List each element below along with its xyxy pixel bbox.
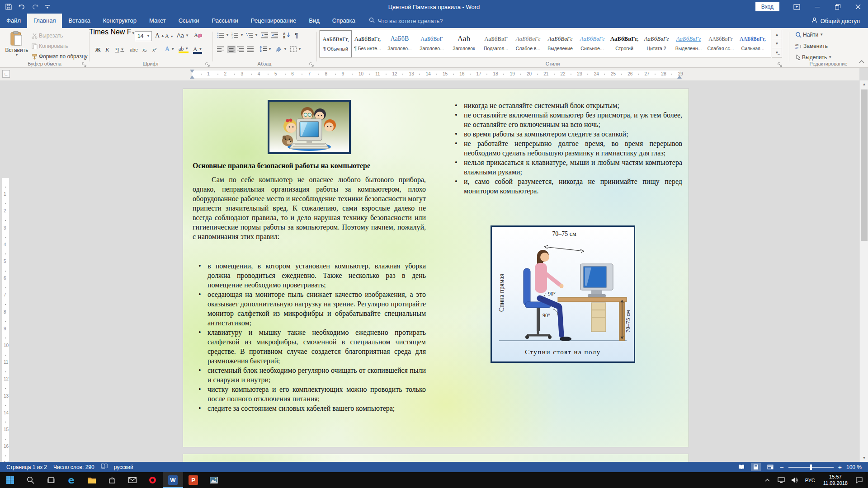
undo-icon[interactable] bbox=[18, 4, 25, 10]
ergonomics-image[interactable]: 70–75 см Спина прямая bbox=[491, 225, 635, 363]
bullet-item[interactable]: клавиатуру и мышку также необходимо ежед… bbox=[193, 328, 426, 366]
zoom-slider-thumb[interactable] bbox=[810, 465, 812, 470]
document-page-2[interactable] bbox=[183, 454, 689, 462]
replace-button[interactable]: abac Заменить bbox=[795, 43, 828, 49]
v-ruler-band[interactable]: 1234567891011121314151617181920 bbox=[2, 178, 9, 462]
cut-button[interactable]: Вырезать bbox=[32, 33, 63, 39]
style-item[interactable]: АаБбВвГгВыделенн... bbox=[673, 30, 705, 57]
shading-button[interactable]: ▼ bbox=[275, 46, 287, 52]
bullet-item[interactable]: и, само собой разумеется, никогда не при… bbox=[449, 177, 682, 196]
share-button[interactable]: Общий доступ bbox=[803, 14, 868, 28]
file-explorer-icon[interactable] bbox=[81, 472, 102, 488]
align-center-button[interactable] bbox=[227, 46, 236, 53]
tell-me-search[interactable]: Что вы хотите сделать? bbox=[362, 14, 443, 28]
style-item[interactable]: АаБбВвГгСлабое в... bbox=[512, 30, 544, 57]
bullet-item[interactable]: в помещении, в котором установлен компью… bbox=[193, 261, 426, 290]
volume-icon[interactable] bbox=[788, 472, 802, 488]
save-icon[interactable] bbox=[5, 4, 12, 10]
numbered-list-button[interactable]: 123▼ bbox=[231, 32, 244, 38]
ribbon-tab[interactable]: Главная bbox=[27, 14, 62, 28]
style-item[interactable]: АаБбВвГЗаголово... bbox=[416, 30, 448, 57]
shrink-font-button[interactable]: А▼ bbox=[165, 33, 174, 40]
bullet-item[interactable]: никогда не оставляйте системный блок отк… bbox=[449, 101, 682, 110]
mail-icon[interactable] bbox=[122, 472, 142, 488]
decrease-indent-button[interactable] bbox=[261, 32, 268, 38]
paste-button[interactable]: Вставить ▼ bbox=[5, 31, 29, 63]
restore-button[interactable] bbox=[827, 0, 848, 14]
bullet-item[interactable]: не работайте непрерывно долгое время, во… bbox=[449, 139, 682, 158]
taskbar-search-icon[interactable] bbox=[20, 472, 41, 488]
style-item[interactable]: АAБбВвГг,Сильная... bbox=[737, 30, 769, 57]
style-item[interactable]: АаБбВвГПодзагол... bbox=[480, 30, 512, 57]
store-icon[interactable] bbox=[102, 472, 122, 488]
subscript-button[interactable]: x₂ bbox=[142, 47, 147, 52]
ribbon-tab[interactable]: Справка bbox=[326, 14, 362, 28]
bullet-list-button[interactable]: ▼ bbox=[217, 32, 229, 38]
font-family-select[interactable]: Times New F▼ bbox=[89, 28, 128, 36]
horizontal-ruler[interactable]: ∟ 12345678910111213141516171819202122232… bbox=[0, 68, 859, 80]
keyboard-language[interactable]: РУС bbox=[802, 478, 819, 483]
document-heading[interactable]: Основные правила безопасной работы на ко… bbox=[193, 161, 426, 171]
styles-more-button[interactable]: ▼̲ bbox=[772, 48, 782, 57]
proofing-icon[interactable] bbox=[101, 464, 108, 470]
ribbon-tab[interactable]: Макет bbox=[143, 14, 172, 28]
bullet-item[interactable]: оседающая на мониторе пыль снижает качес… bbox=[193, 290, 426, 328]
font-size-select[interactable]: 14▼ bbox=[135, 31, 152, 41]
print-layout-button[interactable] bbox=[751, 463, 761, 471]
align-right-button[interactable] bbox=[237, 47, 244, 52]
minimize-button[interactable] bbox=[807, 0, 827, 14]
sign-in-button[interactable]: Вход bbox=[755, 2, 779, 11]
align-left-button[interactable] bbox=[217, 47, 224, 52]
line-spacing-button[interactable]: ▼ bbox=[259, 46, 272, 52]
style-item[interactable]: АаБбВвГгСильное... bbox=[576, 30, 609, 57]
styles-scroll-up[interactable]: ▲ bbox=[772, 30, 782, 39]
task-view-icon[interactable] bbox=[41, 472, 61, 488]
text-effects-button[interactable]: А▼ bbox=[165, 46, 175, 53]
borders-button[interactable]: ▼ bbox=[290, 46, 302, 52]
word-taskbar-icon[interactable]: W bbox=[163, 472, 183, 488]
collapse-ribbon-button[interactable] bbox=[859, 57, 864, 65]
ribbon-tab[interactable]: Рецензирование bbox=[245, 14, 302, 28]
ribbon-display-options-icon[interactable] bbox=[787, 0, 807, 14]
italic-button[interactable]: К bbox=[105, 46, 109, 53]
ribbon-tab[interactable]: Конструктор bbox=[97, 14, 143, 28]
grow-font-button[interactable]: А▲ bbox=[155, 32, 164, 39]
language-indicator[interactable]: русский bbox=[114, 464, 133, 470]
document-page-1[interactable]: Основные правила безопасной работы на ко… bbox=[183, 89, 689, 447]
scrollbar-thumb[interactable] bbox=[861, 89, 868, 241]
ribbon-tab[interactable]: Рассылки bbox=[205, 14, 244, 28]
web-layout-button[interactable] bbox=[765, 463, 775, 471]
action-center-icon[interactable] bbox=[852, 472, 866, 488]
bullet-item[interactable]: не оставляйте включенный компьютер без п… bbox=[449, 110, 682, 129]
h-ruler-band[interactable]: 1234567891011121314151617181920212223242… bbox=[192, 70, 679, 78]
format-painter-button[interactable]: Формат по образцу bbox=[32, 53, 88, 60]
redo-icon[interactable] bbox=[32, 4, 39, 10]
style-item[interactable]: АаБбВвГг,¶ Без инте... bbox=[352, 30, 384, 57]
style-item[interactable]: АаБбВвГг,Строгий bbox=[609, 30, 641, 57]
kids-computer-image[interactable] bbox=[268, 100, 351, 154]
show-desktop-button[interactable] bbox=[866, 472, 868, 488]
justify-button[interactable] bbox=[247, 47, 254, 52]
superscript-button[interactable]: x² bbox=[152, 47, 156, 52]
style-item[interactable]: АаБбВЗаголово... bbox=[384, 30, 416, 57]
bold-button[interactable]: Ж bbox=[95, 46, 101, 53]
strikethrough-button[interactable]: abc bbox=[130, 47, 138, 52]
copy-button[interactable]: Копировать bbox=[32, 43, 68, 49]
find-button[interactable]: Найти▼ bbox=[795, 32, 823, 38]
font-color-button[interactable]: А▼ bbox=[193, 46, 202, 54]
close-button[interactable] bbox=[848, 0, 868, 14]
photos-icon[interactable] bbox=[203, 472, 224, 488]
increase-indent-button[interactable] bbox=[271, 32, 278, 38]
select-button[interactable]: Выделить▼ bbox=[795, 54, 832, 61]
style-item[interactable]: АаБбВвГгВыделение bbox=[544, 30, 576, 57]
tab-stop-selector[interactable]: ∟ bbox=[2, 70, 10, 78]
document-intro-paragraph[interactable]: Сам по себе компьютер не опаснее любого … bbox=[193, 175, 426, 241]
scroll-down-arrow[interactable]: ▼ bbox=[860, 454, 868, 462]
ribbon-tab[interactable]: Вставка bbox=[62, 14, 96, 28]
taskbar-clock[interactable]: 15:57 11.09.2018 bbox=[819, 474, 852, 487]
highlight-color-button[interactable]: ab▼ bbox=[179, 46, 189, 53]
edge-icon[interactable]: e bbox=[61, 472, 81, 488]
page-indicator[interactable]: Страница 1 из 2 bbox=[6, 464, 47, 470]
style-item[interactable]: АabЗаголовок bbox=[448, 30, 480, 57]
sort-button[interactable]: АЯ bbox=[283, 32, 291, 38]
